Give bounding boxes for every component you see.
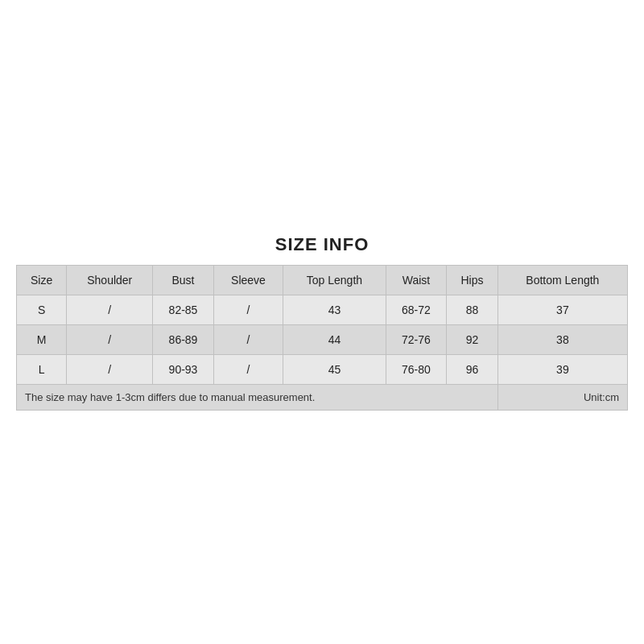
table-cell: / [213, 295, 283, 324]
size-table: Size Shoulder Bust Sleeve Top Length Wai… [16, 265, 628, 411]
table-cell: 72-76 [386, 324, 447, 354]
table-cell: / [67, 295, 153, 324]
table-cell: 44 [283, 324, 386, 354]
table-cell: 38 [497, 324, 627, 354]
table-cell: 68-72 [386, 295, 447, 324]
table-cell: 92 [447, 324, 498, 354]
size-info-container: SIZE INFO Size Shoulder Bust Sleeve Top … [16, 234, 628, 411]
table-cell: / [67, 324, 153, 354]
table-row: L/90-93/4576-809639 [17, 354, 628, 384]
footer-unit: Unit:cm [497, 384, 627, 410]
footer-note: The size may have 1-3cm differs due to m… [17, 384, 498, 410]
table-cell: 88 [447, 295, 498, 324]
table-cell: 37 [497, 295, 627, 324]
col-header-top-length: Top Length [283, 265, 386, 295]
table-cell: / [67, 354, 153, 384]
col-header-shoulder: Shoulder [67, 265, 153, 295]
col-header-sleeve: Sleeve [213, 265, 283, 295]
table-cell: 96 [447, 354, 498, 384]
col-header-size: Size [17, 265, 67, 295]
col-header-bottom-length: Bottom Length [497, 265, 627, 295]
table-cell: 86-89 [153, 324, 214, 354]
table-cell: 76-80 [386, 354, 447, 384]
table-row: S/82-85/4368-728837 [17, 295, 628, 324]
col-header-bust: Bust [153, 265, 214, 295]
table-cell: 90-93 [153, 354, 214, 384]
col-header-hips: Hips [447, 265, 498, 295]
table-footer-row: The size may have 1-3cm differs due to m… [17, 384, 628, 410]
table-row: M/86-89/4472-769238 [17, 324, 628, 354]
table-cell: M [17, 324, 67, 354]
size-info-title: SIZE INFO [16, 234, 628, 255]
table-cell: L [17, 354, 67, 384]
table-header-row: Size Shoulder Bust Sleeve Top Length Wai… [17, 265, 628, 295]
table-cell: 82-85 [153, 295, 214, 324]
table-cell: 43 [283, 295, 386, 324]
table-cell: / [213, 324, 283, 354]
table-cell: S [17, 295, 67, 324]
table-cell: 39 [497, 354, 627, 384]
table-cell: 45 [283, 354, 386, 384]
table-cell: / [213, 354, 283, 384]
col-header-waist: Waist [386, 265, 447, 295]
